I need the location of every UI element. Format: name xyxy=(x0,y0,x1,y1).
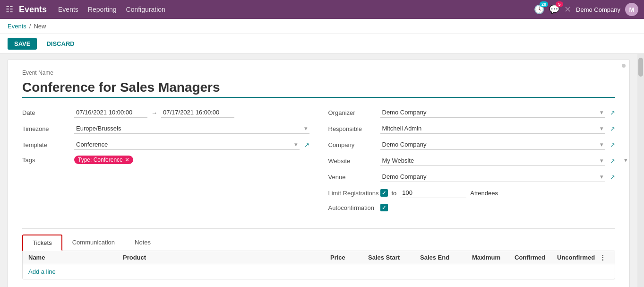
venue-select-wrapper: Demo Company ▾ xyxy=(380,172,606,182)
tags-label: Tags xyxy=(22,157,74,164)
company-label: Company xyxy=(328,141,380,148)
tab-notes[interactable]: Notes xyxy=(125,235,161,251)
col-actions: ⋮ xyxy=(600,254,609,261)
tag-close-icon[interactable]: ✕ xyxy=(125,157,129,163)
tag-label: Type: Conference xyxy=(78,157,123,163)
message-badge[interactable]: 💬 5 xyxy=(549,4,559,15)
event-name-label: Event Name xyxy=(22,70,615,76)
tab-content: Name Product Price Sales Start Sales End… xyxy=(22,251,615,279)
timezone-label: Timezone xyxy=(22,125,74,132)
event-name-input[interactable] xyxy=(22,78,615,98)
website-label: Website xyxy=(328,157,380,165)
company-name[interactable]: Demo Company xyxy=(576,6,620,13)
nav-configuration[interactable]: Configuration xyxy=(126,4,165,15)
tags-value: Type: Conference ✕ ▾ xyxy=(74,156,309,164)
col-maximum: Maximum xyxy=(472,254,515,261)
form-col-left: Date → Timezone Europe/Brussels xyxy=(22,107,309,217)
add-line-row: Add a line xyxy=(23,264,615,279)
table-header: Name Product Price Sales Start Sales End… xyxy=(23,251,615,264)
template-label: Template xyxy=(22,141,74,148)
template-value: Conference ▾ ↗ xyxy=(74,139,309,150)
responsible-select[interactable]: Mitchell Admin xyxy=(380,123,606,133)
page-scrollbar[interactable] xyxy=(637,54,644,287)
template-select-wrapper: Conference ▾ xyxy=(74,139,300,150)
date-arrow: → xyxy=(151,109,157,116)
clock-badge[interactable]: 🕓 28 xyxy=(534,4,544,15)
responsible-label: Responsible xyxy=(328,125,380,132)
venue-value: Demo Company ▾ ↗ xyxy=(380,172,616,182)
company-select-wrapper: Demo Company ▾ xyxy=(380,139,606,150)
organizer-value: Demo Company ▾ ↗ xyxy=(380,107,616,118)
template-select[interactable]: Conference xyxy=(74,139,300,149)
timezone-value: Europe/Brussels ▾ xyxy=(74,123,309,134)
date-start-input[interactable] xyxy=(74,107,147,118)
date-label: Date xyxy=(22,109,74,116)
main-content: Event Name Date → Timezone xyxy=(0,54,644,287)
venue-select[interactable]: Demo Company xyxy=(380,172,606,182)
col-sales-start: Sales Start xyxy=(368,254,420,261)
date-value: → xyxy=(74,107,309,118)
tab-communication[interactable]: Communication xyxy=(62,235,125,251)
form-card: Event Name Date → Timezone xyxy=(8,60,630,287)
organizer-select-wrapper: Demo Company ▾ xyxy=(380,107,606,118)
company-row: Company Demo Company ▾ ↗ xyxy=(328,139,616,150)
limit-reg-unit: Attendees xyxy=(470,190,498,197)
scrollbar-thumb xyxy=(638,58,643,77)
responsible-external-link-icon[interactable]: ↗ xyxy=(610,125,615,132)
timezone-row: Timezone Europe/Brussels ▾ xyxy=(22,123,309,134)
tag-conference: Type: Conference ✕ xyxy=(74,156,133,164)
form-col-right: Organizer Demo Company ▾ ↗ Responsible xyxy=(328,107,616,217)
company-value: Demo Company ▾ ↗ xyxy=(380,139,616,150)
close-icon[interactable]: ✕ xyxy=(564,4,571,15)
clock-count: 28 xyxy=(540,1,548,7)
organizer-external-link-icon[interactable]: ↗ xyxy=(610,109,615,116)
scroll-indicator xyxy=(622,64,626,68)
autoconfirm-checkbox[interactable] xyxy=(380,204,388,211)
save-button[interactable]: SAVE xyxy=(8,38,37,50)
col-unconfirmed: Unconfirmed xyxy=(557,254,600,261)
breadcrumb-parent[interactable]: Events xyxy=(8,23,26,30)
nav-menu: Events Reporting Configuration xyxy=(58,4,534,15)
breadcrumb: Events / New xyxy=(0,19,644,34)
limit-reg-row: Limit Registrations to Attendees xyxy=(328,188,616,198)
nav-reporting[interactable]: Reporting xyxy=(88,4,117,15)
website-select[interactable]: My Website xyxy=(380,156,606,165)
organizer-label: Organizer xyxy=(328,109,380,116)
col-sales-end: Sales End xyxy=(420,254,472,261)
message-count: 5 xyxy=(556,1,563,7)
add-line-link[interactable]: Add a line xyxy=(28,268,56,275)
template-external-link-icon[interactable]: ↗ xyxy=(304,141,309,148)
organizer-select[interactable]: Demo Company xyxy=(380,107,606,117)
col-confirmed: Confirmed xyxy=(515,254,557,261)
date-end-input[interactable] xyxy=(161,107,234,118)
grid-icon[interactable]: ☷ xyxy=(6,4,13,15)
avatar[interactable]: M xyxy=(625,3,638,16)
date-row: Date → xyxy=(22,107,309,118)
limit-reg-checkbox[interactable] xyxy=(380,189,388,197)
form-columns: Date → Timezone Europe/Brussels xyxy=(22,107,615,217)
breadcrumb-separator: / xyxy=(29,23,31,30)
discard-button[interactable]: DISCARD xyxy=(42,38,79,50)
autoconfirm-label: Autoconfirmation xyxy=(328,204,380,211)
tabs-row: Tickets Communication Notes xyxy=(22,235,615,251)
website-select-wrapper: My Website ▾ xyxy=(380,156,606,166)
website-external-link-icon[interactable]: ↗ xyxy=(610,157,615,165)
limit-reg-label: Limit Registrations xyxy=(328,190,380,197)
website-row: Website My Website ▾ ↗ xyxy=(328,156,616,166)
company-external-link-icon[interactable]: ↗ xyxy=(610,141,615,148)
tabs-section: Tickets Communication Notes Name Product… xyxy=(22,228,615,279)
tags-dropdown-icon[interactable]: ▾ xyxy=(624,157,627,164)
timezone-select-wrapper: Europe/Brussels ▾ xyxy=(74,123,309,134)
limit-reg-count-input[interactable] xyxy=(400,188,466,198)
top-navigation: ☷ Events Events Reporting Configuration … xyxy=(0,0,644,19)
venue-external-link-icon[interactable]: ↗ xyxy=(610,174,615,181)
company-select[interactable]: Demo Company xyxy=(380,139,606,149)
nav-events[interactable]: Events xyxy=(58,4,78,15)
timezone-select[interactable]: Europe/Brussels xyxy=(74,123,309,133)
app-title: Events xyxy=(19,5,47,15)
tab-tickets[interactable]: Tickets xyxy=(22,235,62,251)
website-value: My Website ▾ ↗ xyxy=(380,156,616,166)
tags-row: Tags Type: Conference ✕ ▾ xyxy=(22,156,309,164)
action-bar: SAVE DISCARD xyxy=(0,34,644,54)
limit-reg-to: to xyxy=(392,190,397,197)
